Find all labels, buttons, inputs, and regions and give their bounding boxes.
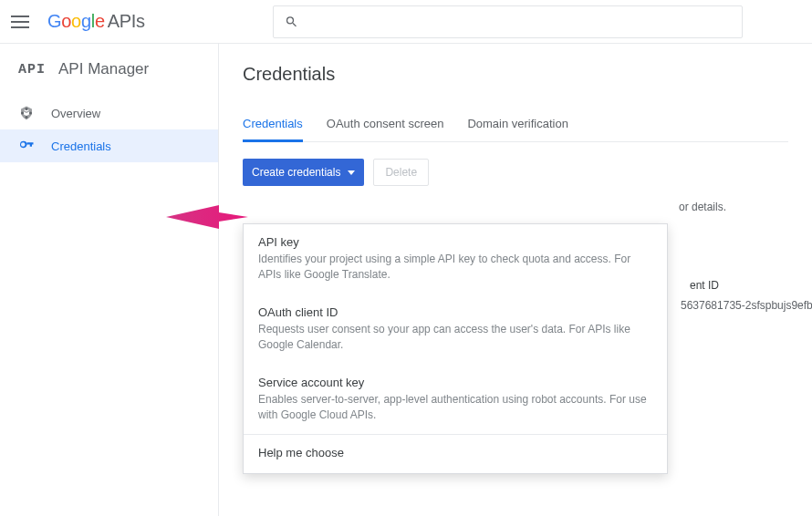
client-id-header: ent ID (690, 279, 719, 292)
create-credentials-button[interactable]: Create credentials (243, 159, 364, 186)
tabs: Credentials OAuth consent screen Domain … (243, 117, 788, 142)
search-input[interactable] (307, 15, 731, 29)
page-title: Credentials (243, 64, 788, 85)
dropdown-item-title: Help me choose (258, 446, 652, 459)
sidebar-header: API API Manager (0, 60, 218, 97)
sidebar-item-label: Overview (51, 107, 100, 120)
sidebar-item-label: Credentials (51, 139, 111, 153)
client-id-value: 5637681735-2sfspbujs9efb16d4n (681, 299, 812, 312)
svg-point-2 (26, 108, 28, 110)
top-header: GoogleAPIs (0, 0, 812, 44)
delete-button[interactable]: Delete (373, 159, 429, 186)
overview-icon (18, 105, 35, 121)
sidebar-item-credentials[interactable]: Credentials (0, 129, 218, 162)
dropdown-item-api-key[interactable]: API key Identifies your project using a … (244, 224, 667, 294)
sidebar: API API Manager Overview Credentials (0, 44, 219, 516)
dropdown-item-desc: Requests user consent so your app can ac… (258, 322, 652, 354)
dropdown-item-oauth-client-id[interactable]: OAuth client ID Requests user consent so… (244, 294, 667, 365)
sidebar-item-overview[interactable]: Overview (0, 97, 218, 129)
caret-down-icon (348, 170, 355, 175)
bg-details-text: or details. (679, 201, 726, 213)
svg-point-3 (26, 116, 28, 119)
dropdown-item-desc: Enables server-to-server, app-level auth… (258, 392, 652, 424)
logo-suffix: APIs (108, 11, 145, 31)
tab-credentials[interactable]: Credentials (243, 117, 303, 142)
search-box[interactable] (273, 5, 743, 38)
svg-point-0 (21, 112, 24, 115)
tab-oauth-consent[interactable]: OAuth consent screen (327, 117, 444, 141)
dropdown-item-title: OAuth client ID (258, 305, 652, 319)
create-credentials-label: Create credentials (252, 166, 340, 179)
dropdown-item-help-me-choose[interactable]: Help me choose (244, 435, 667, 473)
svg-point-1 (29, 112, 32, 115)
menu-icon[interactable] (11, 13, 29, 31)
search-icon (285, 15, 298, 29)
dropdown-item-service-account-key[interactable]: Service account key Enables server-to-se… (244, 365, 667, 435)
google-apis-logo[interactable]: GoogleAPIs (47, 11, 145, 32)
tab-domain-verification[interactable]: Domain verification (467, 117, 568, 141)
dropdown-item-desc: Identifies your project using a simple A… (258, 252, 652, 284)
dropdown-item-title: API key (258, 235, 652, 249)
key-icon (18, 138, 35, 154)
toolbar: Create credentials Delete (243, 159, 788, 186)
dropdown-item-title: Service account key (258, 376, 652, 389)
sidebar-title: API Manager (58, 60, 149, 78)
create-credentials-dropdown: API key Identifies your project using a … (243, 223, 668, 474)
api-monogram-icon: API (18, 62, 46, 77)
